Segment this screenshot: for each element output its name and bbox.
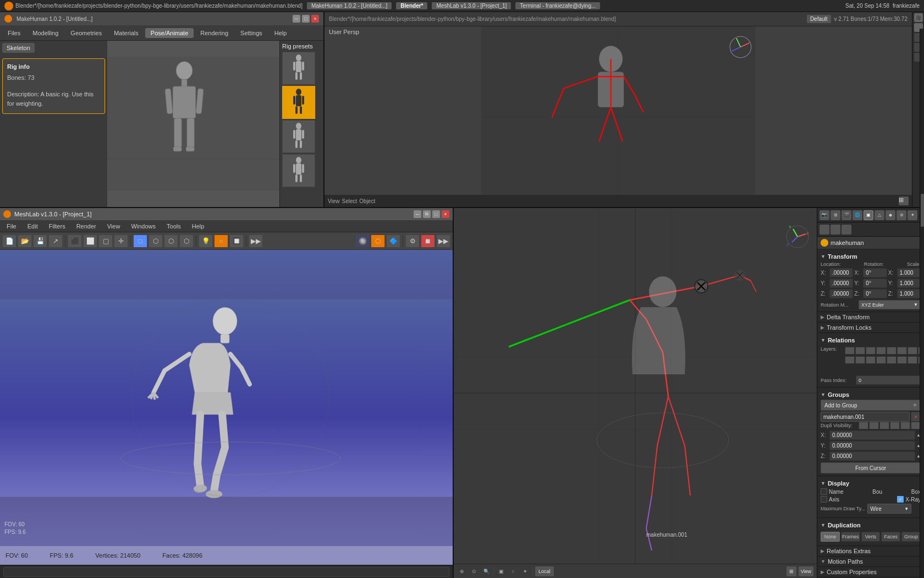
dupli-layer-1[interactable]: [859, 422, 868, 429]
dupli-y-value[interactable]: 0.00000: [829, 441, 915, 450]
max-draw-type-select[interactable]: Wire ▼: [867, 504, 911, 514]
dupli-layer-4[interactable]: [890, 422, 900, 429]
loc-z-value[interactable]: .00000: [829, 289, 853, 298]
nav-modelling[interactable]: Modelling: [27, 28, 64, 38]
dupli-layer-5[interactable]: [900, 422, 910, 429]
ml-menu-help[interactable]: Help: [188, 222, 209, 231]
props-icon-world[interactable]: 🌐: [853, 210, 862, 220]
viewport-pan-icon[interactable]: ⊕: [457, 566, 467, 576]
mh-close-btn[interactable]: ×: [311, 15, 319, 23]
ml-btn-light[interactable]: 💡: [199, 235, 213, 248]
props-icon-camera[interactable]: 📷: [820, 210, 829, 220]
relations-title[interactable]: ▼ Relations: [821, 335, 921, 345]
ml-btn-deselect[interactable]: ⬜: [83, 235, 97, 248]
nav-files[interactable]: Files: [2, 28, 26, 38]
ml-btn-open[interactable]: 📂: [18, 235, 32, 248]
layer-13[interactable]: [866, 356, 876, 364]
dup-btn-frames[interactable]: Frames: [841, 532, 860, 542]
rot-y-value[interactable]: 0°: [863, 279, 887, 288]
ml-btn-texture[interactable]: 🔲: [229, 235, 244, 248]
layer-5[interactable]: [887, 347, 897, 355]
viewport-layers-toggle[interactable]: ⊞: [787, 566, 796, 576]
layout-tab-default[interactable]: Default: [807, 15, 831, 23]
nav-help[interactable]: Help: [269, 28, 293, 38]
ml-btn-save[interactable]: 💾: [33, 235, 47, 248]
viewport-zoom-icon[interactable]: 🔍: [481, 566, 491, 576]
ml-btn-arrow[interactable]: ↗: [48, 235, 63, 248]
from-cursor-button[interactable]: From Cursor: [821, 462, 921, 473]
nav-settings[interactable]: Settings: [235, 28, 268, 38]
rotation-mode-select[interactable]: XYZ Euler ▼: [859, 300, 921, 309]
meshlab-close-btn[interactable]: ×: [442, 210, 449, 218]
ml-btn-more2[interactable]: ▶▶: [436, 235, 450, 248]
dupli-layer-2[interactable]: [869, 422, 879, 429]
blender-icon[interactable]: [4, 2, 13, 10]
loc-x-value[interactable]: .00000: [829, 268, 853, 277]
props-scrollbar[interactable]: [920, 208, 924, 578]
ml-btn-rect-select[interactable]: ▢: [98, 235, 113, 248]
ml-menu-windows[interactable]: Windows: [127, 222, 160, 231]
ml-menu-view[interactable]: View: [103, 222, 125, 231]
group-name-input[interactable]: [821, 412, 910, 422]
viewport-mesh-icon[interactable]: ▣: [496, 566, 506, 576]
ml-btn-select[interactable]: ⬛: [68, 235, 82, 248]
dup-btn-group[interactable]: Group: [901, 532, 921, 542]
props-icon-texture[interactable]: ⊛: [897, 210, 906, 220]
icon-camera[interactable]: 🎥: [914, 13, 923, 22]
ml-menu-file[interactable]: File: [2, 222, 21, 231]
ml-btn-wire1[interactable]: ⬡: [148, 235, 163, 248]
rig-preset-4[interactable]: [282, 154, 315, 187]
layer-14[interactable]: [876, 356, 886, 364]
groups-title[interactable]: ▼ Groups: [821, 390, 921, 400]
view-icon-1[interactable]: ⊞: [899, 197, 909, 205]
rig-preset-2[interactable]: [282, 86, 315, 119]
ml-btn-new[interactable]: 📄: [2, 235, 16, 248]
pass-index-value[interactable]: 0: [856, 375, 921, 385]
layer-4[interactable]: [876, 347, 886, 355]
rot-z-value[interactable]: 0°: [863, 289, 887, 298]
dup-btn-faces[interactable]: Faces: [881, 532, 900, 542]
props-icon-mesh[interactable]: △: [875, 210, 884, 220]
ml-menu-filters[interactable]: Filters: [45, 222, 70, 231]
loc-y-value[interactable]: .00000: [829, 279, 853, 288]
layer-15[interactable]: [887, 356, 897, 364]
viewport-object-icon[interactable]: ○: [508, 566, 518, 576]
ml-btn-wire3[interactable]: ⬡: [179, 235, 194, 248]
layer-6[interactable]: [897, 347, 907, 355]
ml-btn-plugin2[interactable]: ⬡: [371, 235, 385, 248]
ml-btn-stop[interactable]: ⏹: [421, 235, 435, 248]
blender-tab[interactable]: Blender*: [396, 2, 427, 9]
ml-btn-wire2[interactable]: ⬡: [164, 235, 178, 248]
props-icon-scene[interactable]: 🎬: [842, 210, 851, 220]
props-icon-physics[interactable]: [820, 225, 829, 235]
props-icon-particles[interactable]: ✦: [908, 210, 917, 220]
ml-btn-solid[interactable]: □: [133, 235, 147, 248]
props-icon-material[interactable]: ◆: [886, 210, 895, 220]
dupli-z-value[interactable]: 0.00000: [829, 451, 915, 461]
nav-geometries[interactable]: Geometries: [65, 28, 107, 38]
axis-checkbox[interactable]: [821, 496, 827, 503]
add-to-group-button[interactable]: Add to Group +: [821, 400, 921, 411]
layer-11[interactable]: [845, 356, 855, 364]
meshlab-resize-btn[interactable]: □: [432, 210, 440, 218]
ml-btn-plugin3[interactable]: 🔷: [386, 235, 400, 248]
xray-checkbox[interactable]: [897, 496, 904, 503]
skeleton-tab[interactable]: Skeleton: [2, 43, 35, 53]
meshlab-command-input[interactable]: [3, 567, 449, 577]
nav-materials[interactable]: Materials: [108, 28, 144, 38]
dup-btn-verts[interactable]: Verts: [861, 532, 881, 542]
scale-z-value[interactable]: 1.000: [897, 289, 921, 298]
viewport-view-label[interactable]: View: [799, 566, 813, 576]
ml-menu-render[interactable]: Render: [72, 222, 101, 231]
display-title[interactable]: ▼ Display: [821, 478, 921, 488]
dupli-layer-3[interactable]: [879, 422, 889, 429]
ml-menu-tools[interactable]: Tools: [162, 222, 185, 231]
transform-locks-section[interactable]: ▶ Transform Locks: [817, 323, 924, 333]
name-checkbox[interactable]: [821, 488, 827, 495]
rig-preset-3[interactable]: [282, 120, 315, 153]
mh-max-btn[interactable]: □: [302, 15, 310, 23]
props-icon-modifiers[interactable]: [842, 225, 851, 235]
terminal-tab[interactable]: Terminal - frankiezafe@dying...: [515, 2, 600, 9]
viewport-local-select[interactable]: Local: [535, 566, 554, 576]
dupli-x-value[interactable]: 0.00000: [829, 430, 915, 440]
